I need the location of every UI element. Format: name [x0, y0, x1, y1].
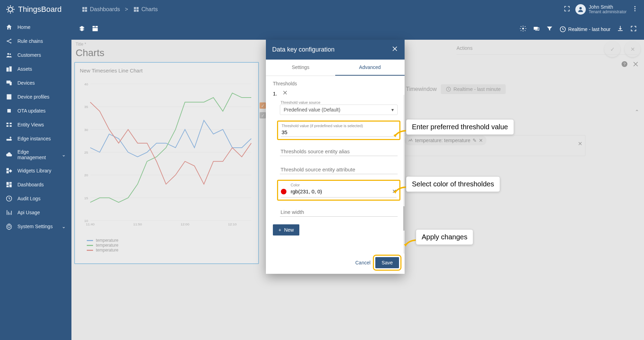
value-source-label: Threshold value source — [280, 100, 398, 105]
dashboard-toolbar: Realtime - last hour — [71, 19, 644, 40]
svg-rect-34 — [7, 182, 9, 185]
entity-alias-input[interactable] — [280, 144, 398, 156]
new-threshold-button[interactable]: + New — [273, 224, 299, 235]
sidebar-item-edge-management[interactable]: Edge management⌄ — [0, 146, 71, 164]
svg-point-30 — [8, 140, 9, 140]
svg-rect-24 — [7, 123, 9, 124]
svg-rect-26 — [7, 125, 9, 127]
threshold-index: 1. — [273, 91, 277, 96]
svg-rect-23 — [8, 110, 10, 112]
svg-rect-7 — [134, 10, 136, 12]
fullscreen-icon[interactable] — [564, 5, 570, 14]
view-icon — [6, 121, 13, 128]
line-width-input[interactable] — [280, 204, 398, 217]
breadcrumb-parent[interactable]: Dashboards — [82, 6, 120, 13]
color-input[interactable] — [290, 187, 389, 196]
svg-point-9 — [580, 7, 582, 9]
svg-rect-27 — [10, 125, 12, 127]
topbar: ThingsBoard Dashboards > Charts John Smi… — [0, 0, 644, 19]
close-icon[interactable] — [391, 45, 398, 54]
sidebar-item-dashboards[interactable]: Dashboards — [0, 178, 71, 192]
svg-point-14 — [10, 39, 11, 40]
svg-rect-31 — [7, 168, 9, 171]
sidebar-item-api-usage[interactable]: Api Usage — [0, 206, 71, 219]
svg-rect-35 — [9, 182, 12, 184]
tab-advanced[interactable]: Advanced — [335, 60, 405, 76]
data-key-config-dialog: Data key configuration Settings Advanced… — [266, 40, 405, 274]
color-label: Color — [281, 183, 397, 187]
sidebar-item-rule-chains[interactable]: Rule chains — [0, 34, 71, 48]
sidebar-item-widgets-library[interactable]: Widgets Library — [0, 164, 71, 178]
sidebar-item-devices[interactable]: Devices — [0, 76, 71, 90]
svg-rect-8 — [136, 10, 138, 12]
plus-icon: + — [278, 227, 281, 233]
layers-icon[interactable] — [78, 25, 85, 33]
user-menu[interactable]: John Smith Tenant administrator — [575, 4, 627, 15]
chevron-down-icon: ⌄ — [62, 152, 66, 157]
widgets-icon — [6, 167, 13, 174]
grid-icon[interactable] — [92, 25, 99, 33]
dashboard-icon — [6, 181, 13, 188]
color-swatch[interactable] — [281, 189, 286, 194]
entity-attribute-input[interactable] — [280, 162, 398, 174]
cloud-icon — [6, 151, 13, 158]
svg-rect-33 — [7, 171, 9, 173]
share-icon — [6, 38, 13, 45]
settings-icon[interactable] — [520, 25, 527, 33]
gear-icon — [6, 223, 13, 230]
svg-rect-42 — [534, 27, 538, 30]
svg-point-12 — [634, 10, 635, 11]
chevron-down-icon: ⌄ — [62, 224, 66, 229]
svg-rect-39 — [95, 26, 98, 28]
sidebar-item-label: Customers — [17, 52, 41, 58]
svg-rect-25 — [10, 123, 12, 124]
sidebar-item-ota[interactable]: OTA updates — [0, 104, 71, 118]
sidebar-item-assets[interactable]: Assets — [0, 62, 71, 76]
breadcrumb-separator: > — [125, 6, 128, 13]
memory-icon — [6, 107, 13, 114]
sidebar-item-device-profiles[interactable]: Device profiles — [0, 90, 71, 104]
threshold-value-input[interactable] — [281, 128, 397, 137]
save-button[interactable]: Save — [375, 257, 399, 268]
sidebar-item-label: System Settings — [17, 224, 53, 229]
sidebar-item-home[interactable]: Home — [0, 20, 71, 34]
sidebar-item-edge-instances[interactable]: Edge instances — [0, 132, 71, 146]
cancel-button[interactable]: Cancel — [355, 260, 370, 265]
svg-rect-4 — [85, 10, 87, 12]
tab-settings[interactable]: Settings — [266, 60, 335, 76]
domain-icon — [6, 65, 13, 72]
logo[interactable]: ThingsBoard — [6, 5, 72, 14]
callout-threshold: Enter preferred threshold value — [406, 119, 514, 135]
sidebar-item-label: Entity Views — [17, 122, 44, 128]
timewindow-button[interactable]: Realtime - last hour — [559, 26, 611, 33]
sidebar-item-label: OTA updates — [17, 108, 46, 114]
sidebar-item-label: Device profiles — [17, 94, 49, 100]
profile-icon — [6, 93, 13, 100]
fullscreen-icon[interactable] — [630, 25, 637, 33]
sidebar-item-label: Edge instances — [17, 136, 51, 141]
svg-point-13 — [7, 40, 8, 41]
remove-threshold-icon[interactable] — [282, 90, 288, 97]
sidebar-item-customers[interactable]: Customers — [0, 48, 71, 62]
chart-icon — [6, 209, 13, 216]
entity-alias-icon[interactable] — [533, 25, 540, 33]
breadcrumb-current[interactable]: Charts — [133, 6, 158, 13]
svg-rect-6 — [136, 7, 138, 9]
sidebar-item-label: Home — [17, 24, 30, 30]
sidebar-item-system-settings[interactable]: System Settings⌄ — [0, 219, 71, 233]
sidebar-item-entity-views[interactable]: Entity Views — [0, 118, 71, 132]
dialog-footer: Cancel Save — [266, 254, 405, 274]
value-source-select[interactable]: Predefined value (Default) ▾ — [280, 105, 398, 115]
dialog-header: Data key configuration — [266, 40, 405, 60]
filter-icon[interactable] — [546, 25, 553, 33]
history-icon — [6, 195, 13, 202]
svg-rect-1 — [82, 7, 84, 9]
sidebar-item-audit-logs[interactable]: Audit Logs — [0, 192, 71, 206]
sidebar-item-label: Widgets Library — [17, 168, 51, 173]
svg-rect-36 — [9, 184, 12, 187]
export-icon[interactable] — [617, 25, 624, 33]
threshold-row: 1. — [273, 90, 398, 97]
svg-point-15 — [10, 42, 11, 43]
more-icon[interactable] — [631, 5, 638, 14]
dialog-tabs: Settings Advanced — [266, 60, 405, 76]
